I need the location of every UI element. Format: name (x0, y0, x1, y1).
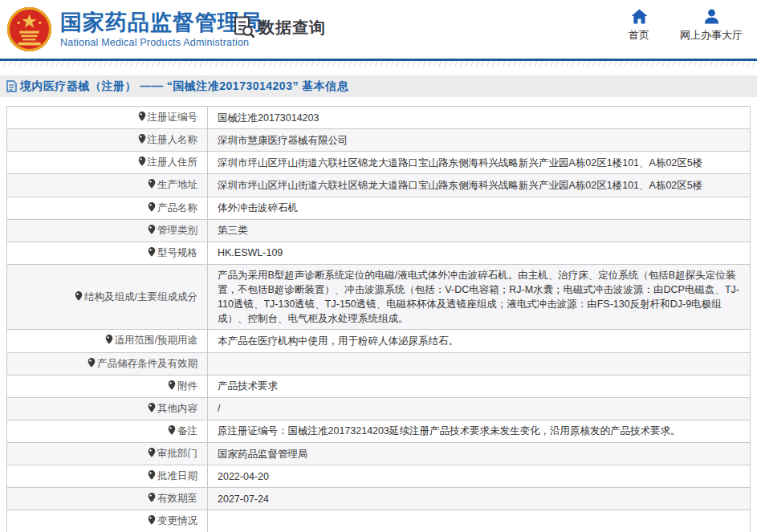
table-row: 审批部门 国家药品监督管理局 (7, 443, 751, 465)
table-row: 其他内容 / (7, 397, 751, 420)
data-query-nav[interactable]: 数据查询 (234, 16, 326, 39)
row-label: 注册证编号 (7, 107, 208, 129)
row-value: 产品为采用B型超声诊断系统定位的电磁/液电式体外冲击波碎石机。由主机、治疗床、定… (208, 264, 751, 330)
row-label: 批准日期 (7, 465, 208, 488)
table-row: 注册证编号 国械注准20173014203 (7, 107, 751, 129)
note-pin-icon (148, 514, 156, 529)
row-value: 本产品在医疗机构中使用，用于粉碎人体泌尿系结石。 (208, 330, 751, 352)
row-value: 国家药品监督管理局 (208, 443, 751, 465)
note-pin-icon (148, 402, 156, 416)
registration-info-table: 注册证编号 国械注准20173014203 注册人名称 深圳市慧康医疗器械有限公… (6, 106, 751, 532)
brand-text: 国家药品监督管理局 National Medical Products Admi… (60, 10, 263, 48)
row-label: 备注 (7, 420, 208, 442)
note-pin-icon (138, 111, 146, 125)
table-row: 生产地址 深圳市坪山区坪山街道六联社区锦龙大道路口宝山路东侧海科兴战略新兴产业园… (7, 174, 751, 197)
national-emblem-icon (6, 6, 52, 52)
row-label: 产品名称 (7, 197, 208, 219)
table-row: 注册人名称 深圳市慧康医疗器械有限公司 (7, 129, 751, 152)
row-label: 审批部门 (7, 443, 208, 465)
data-query-label: 数据查询 (258, 17, 326, 39)
row-label: 结构及组成/主要组成成分 (7, 264, 208, 330)
table-row: 注册人住所 深圳市坪山区坪山街道六联社区锦龙大道路口宝山路东侧海科兴战略新兴产业… (7, 152, 751, 174)
row-label: 产品储存条件及有效期 (7, 352, 208, 375)
note-pin-icon (148, 201, 156, 216)
note-pin-icon (88, 357, 96, 372)
table-row: 型号规格 HK.ESWL-109 (7, 242, 751, 264)
row-label: 有效期至 (7, 488, 208, 510)
table-row: 产品名称 体外冲击波碎石机 (7, 197, 751, 219)
note-pin-icon (138, 133, 146, 148)
user-icon (703, 9, 720, 24)
registration-info-table-wrap: 注册证编号 国械注准20173014203 注册人名称 深圳市慧康医疗器械有限公… (6, 106, 751, 532)
nav-home[interactable]: 首页 (629, 9, 649, 43)
row-label: 变更情况 (7, 510, 208, 532)
row-value: 第三类 (208, 219, 751, 242)
document-icon (6, 80, 17, 92)
hatch-texture-band (0, 61, 757, 67)
row-value (208, 510, 751, 532)
home-icon (631, 9, 648, 24)
row-label: 注册人名称 (7, 129, 208, 152)
row-value: 原注册证编号：国械注准20173214203延续注册产品技术要求未发生变化，沿用… (208, 420, 751, 442)
table-row: 附件 产品技术要求 (7, 375, 751, 397)
note-pin-icon (75, 290, 83, 305)
note-pin-icon (168, 380, 176, 394)
row-label: 生产地址 (7, 174, 208, 197)
row-value (208, 352, 751, 375)
row-label: 附件 (7, 375, 208, 397)
note-pin-icon (148, 224, 156, 238)
site-header: 国家药品监督管理局 National Medical Products Admi… (0, 0, 757, 59)
table-row: 结构及组成/主要组成成分 产品为采用B型超声诊断系统定位的电磁/液电式体外冲击波… (7, 264, 751, 330)
note-pin-icon (168, 424, 176, 439)
table-row: 管理类别 第三类 (7, 219, 751, 242)
row-label: 适用范围/预期用途 (7, 330, 208, 352)
note-pin-icon (148, 469, 156, 484)
row-value: 深圳市坪山区坪山街道六联社区锦龙大道路口宝山路东侧海科兴战略新兴产业园A栋02区… (208, 152, 751, 174)
row-label: 其他内容 (7, 397, 208, 420)
table-row: 批准日期 2022-04-20 (7, 465, 751, 488)
note-pin-icon (105, 334, 113, 348)
breadcrumb: 境内医疗器械（注册） —— “国械注准20173014203” 基本信息 (0, 75, 757, 97)
note-pin-icon (138, 156, 146, 170)
note-pin-icon (148, 447, 156, 461)
site-logo[interactable]: 国家药品监督管理局 National Medical Products Admi… (6, 6, 263, 52)
row-value: 产品技术要求 (208, 375, 751, 397)
nav-service-hall[interactable]: 网上办事大厅 (680, 9, 743, 43)
site-subtitle: National Medical Products Administration (60, 37, 263, 48)
row-value: HK.ESWL-109 (208, 242, 751, 264)
row-label: 管理类别 (7, 219, 208, 242)
table-row: 产品储存条件及有效期 (7, 352, 751, 375)
table-row: 备注 原注册证编号：国械注准20173214203延续注册产品技术要求未发生变化… (7, 420, 751, 442)
breadcrumb-text: 境内医疗器械（注册） —— “国械注准20173014203” 基本信息 (20, 79, 348, 94)
document-search-icon (234, 16, 255, 39)
row-label: 注册人住所 (7, 152, 208, 174)
note-pin-icon (148, 178, 156, 193)
row-label: 型号规格 (7, 242, 208, 264)
nav-home-label: 首页 (629, 28, 649, 43)
row-value: 2022-04-20 (208, 465, 751, 488)
row-value: 体外冲击波碎石机 (208, 197, 751, 219)
top-nav: 首页 网上办事大厅 (629, 9, 743, 43)
row-value: / (208, 397, 751, 420)
row-value: 2027-07-24 (208, 488, 751, 510)
note-pin-icon (148, 492, 156, 506)
table-row: 有效期至 2027-07-24 (7, 488, 751, 510)
table-row: 适用范围/预期用途 本产品在医疗机构中使用，用于粉碎人体泌尿系结石。 (7, 330, 751, 352)
table-row: 变更情况 (7, 510, 751, 532)
site-title: 国家药品监督管理局 (60, 10, 263, 35)
row-value: 深圳市坪山区坪山街道六联社区锦龙大道路口宝山路东侧海科兴战略新兴产业园A栋02区… (208, 174, 751, 197)
row-value: 深圳市慧康医疗器械有限公司 (208, 129, 751, 152)
row-value: 国械注准20173014203 (208, 107, 751, 129)
note-pin-icon (148, 246, 156, 261)
nav-service-hall-label: 网上办事大厅 (680, 28, 743, 43)
